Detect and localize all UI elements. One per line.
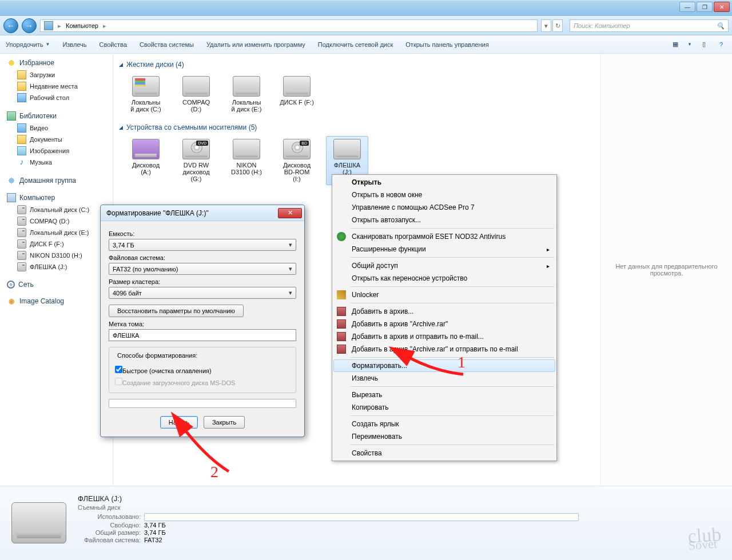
computer-header[interactable]: Компьютер xyxy=(7,193,113,202)
cluster-label: Размер кластера: xyxy=(109,278,296,285)
drive-icon xyxy=(233,76,260,97)
sidebar-item-music[interactable]: ♪Музыка xyxy=(7,157,113,168)
help-icon[interactable]: ? xyxy=(716,39,726,50)
drive-i[interactable]: BDДисководBD-ROM(I:) xyxy=(276,136,318,185)
ctx-eject[interactable]: Извлечь xyxy=(333,372,555,385)
ctx-unlocker[interactable]: Unlocker xyxy=(333,289,555,301)
ctx-rar-add[interactable]: Добавить в архив... xyxy=(333,305,555,318)
refresh-button[interactable]: ↻ xyxy=(552,19,563,32)
drive-e[interactable]: Локальный диск (E:) xyxy=(225,73,268,115)
search-icon: 🔍 xyxy=(717,22,725,30)
drive-icon xyxy=(233,139,260,159)
annotation-number-2: 2 xyxy=(210,463,218,481)
winrar-icon xyxy=(337,332,346,341)
ctx-eset[interactable]: Сканировать программой ESET NOD32 Antivi… xyxy=(333,230,555,243)
sidebar-item-video[interactable]: Видео xyxy=(7,122,113,134)
favorites-header[interactable]: Избранное xyxy=(7,58,113,67)
drive-icon xyxy=(333,139,361,159)
breadcrumb-computer[interactable]: Компьютер xyxy=(66,22,98,29)
sidebar-drive-e[interactable]: Локальный диск (E:) xyxy=(7,227,113,238)
drive-g[interactable]: DVDDVD RWдисковод(G:) xyxy=(175,136,217,185)
ctx-cut[interactable]: Вырезать xyxy=(333,389,555,401)
sidebar-drive-d[interactable]: COMPAQ (D:) xyxy=(7,215,113,227)
sidebar-item-downloads[interactable]: Загрузки xyxy=(7,69,113,81)
minimize-button[interactable]: — xyxy=(679,2,695,12)
filesystem-combo[interactable]: FAT32 (по умолчанию) xyxy=(109,263,296,275)
folder-icon xyxy=(17,70,26,79)
chevron-right-icon: ▸ xyxy=(58,22,61,30)
properties-button[interactable]: Свойства xyxy=(100,41,127,48)
group-hard-drives[interactable]: ◢Жесткие диски (4) xyxy=(119,61,600,69)
sidebar-drive-c[interactable]: Локальный диск (C:) xyxy=(7,204,113,215)
drive-h[interactable]: NIKOND3100 (H:) xyxy=(225,136,268,185)
network-icon xyxy=(7,281,15,289)
system-properties-button[interactable]: Свойства системы xyxy=(140,41,194,48)
folder-icon xyxy=(17,82,26,91)
sidebar-drive-f[interactable]: ДИСК F (F:) xyxy=(7,238,113,250)
extract-button[interactable]: Извлечь xyxy=(62,41,86,48)
ctx-rename[interactable]: Переименовать xyxy=(333,430,555,443)
map-drive-button[interactable]: Подключить сетевой диск xyxy=(318,41,393,48)
ctx-format[interactable]: Форматировать... xyxy=(333,359,555,372)
search-input[interactable]: Поиск: Компьютер 🔍 xyxy=(570,19,729,32)
sidebar-item-recent[interactable]: Недавние места xyxy=(7,81,113,92)
ctx-acdsee[interactable]: Управление с помощью ACDSee Pro 7 xyxy=(333,201,555,214)
restore-defaults-button[interactable]: Восстановить параметры по умолчанию xyxy=(109,305,244,317)
drive-icon xyxy=(132,76,160,97)
libraries-header[interactable]: Библиотеки xyxy=(7,111,113,121)
ctx-portable[interactable]: Открыть как переносное устройство xyxy=(333,272,555,285)
catalog-icon: ◉ xyxy=(7,297,16,306)
sidebar-drive-j[interactable]: ФЛЕШКА (J:) xyxy=(7,261,113,273)
maximize-button[interactable]: ❐ xyxy=(697,2,713,12)
ctx-open-new[interactable]: Открыть в новом окне xyxy=(333,189,555,201)
organize-menu[interactable]: Упорядочить▼ xyxy=(6,41,50,48)
ctx-copy[interactable]: Копировать xyxy=(333,401,555,414)
forward-button[interactable]: → xyxy=(22,18,37,33)
dialog-titlebar[interactable]: Форматирование "ФЛЕШКА (J:)" ✕ xyxy=(101,205,304,221)
close-button[interactable]: ✕ xyxy=(714,2,730,12)
image-icon xyxy=(17,146,26,155)
homegroup-header[interactable]: Домашняя группа xyxy=(7,176,113,185)
ctx-rar-email[interactable]: Добавить в архив и отправить по e-mail..… xyxy=(333,330,555,343)
winrar-icon xyxy=(337,319,346,329)
ctx-rar-email-named[interactable]: Добавить в архив "Archive.rar" и отправи… xyxy=(333,343,555,355)
back-button[interactable]: ← xyxy=(3,18,18,33)
drive-c[interactable]: Локальный диск (C:) xyxy=(125,73,167,115)
quick-format-checkbox[interactable]: Быстрое (очистка оглавления) xyxy=(115,366,290,374)
image-catalog-header[interactable]: ◉Image Catalog xyxy=(7,297,113,306)
drive-a[interactable]: Дисковод(A:) xyxy=(125,136,167,185)
filesystem-label: Файловая система: xyxy=(109,254,296,261)
group-removable[interactable]: ◢Устройства со съемными носителями (5) xyxy=(119,123,600,131)
history-dropdown[interactable]: ▾ xyxy=(541,19,551,32)
volume-input[interactable] xyxy=(109,329,296,341)
dialog-close-button[interactable]: ✕ xyxy=(278,208,302,218)
sidebar-drive-h[interactable]: NIKON D3100 (H:) xyxy=(7,250,113,261)
ctx-shortcut[interactable]: Создать ярлык xyxy=(333,418,555,430)
ctx-extended[interactable]: Расширенные функции▸ xyxy=(333,243,555,255)
navigation-bar: ← → ▸ Компьютер ▸ ▾ ↻ Поиск: Компьютер 🔍 xyxy=(0,16,732,35)
ctx-rar-add-named[interactable]: Добавить в архив "Archive.rar" xyxy=(333,318,555,330)
sidebar-item-documents[interactable]: Документы xyxy=(7,134,113,145)
network-header[interactable]: Сеть xyxy=(7,281,113,289)
uninstall-button[interactable]: Удалить или изменить программу xyxy=(206,41,305,48)
ctx-open[interactable]: Открыть xyxy=(333,176,555,189)
start-button[interactable]: Начать xyxy=(160,416,198,429)
details-type: Съемный диск xyxy=(78,504,579,511)
drive-f[interactable]: ДИСК F (F:) xyxy=(276,73,318,115)
preview-pane-icon[interactable]: ▯ xyxy=(699,39,709,50)
control-panel-button[interactable]: Открыть панель управления xyxy=(405,41,488,48)
capacity-combo[interactable]: 3,74 ГБ xyxy=(109,239,296,251)
close-dialog-button[interactable]: Закрыть xyxy=(204,416,245,429)
drive-d[interactable]: COMPAQ(D:) xyxy=(175,73,217,115)
ctx-properties[interactable]: Свойства xyxy=(333,447,555,459)
drive-thumbnail xyxy=(11,502,66,543)
ctx-share[interactable]: Общий доступ▸ xyxy=(333,259,555,272)
drive-icon xyxy=(17,205,26,214)
cluster-combo[interactable]: 4096 байт xyxy=(109,287,296,299)
ctx-autoplay[interactable]: Открыть автозапуск... xyxy=(333,214,555,226)
sidebar-item-desktop[interactable]: Рабочий стол xyxy=(7,92,113,103)
breadcrumb[interactable]: ▸ Компьютер ▸ xyxy=(40,19,538,32)
winrar-icon xyxy=(337,307,346,316)
view-icon[interactable]: ▦ xyxy=(670,39,681,50)
sidebar-item-images[interactable]: Изображения xyxy=(7,145,113,157)
